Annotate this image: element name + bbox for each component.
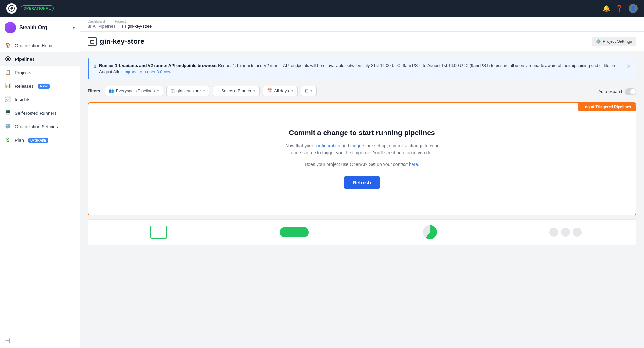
- dropdown-arrow-icon: ▾: [253, 89, 255, 93]
- project-icon: ◫: [88, 37, 97, 46]
- main-layout: Stealth Org ▾ 🏠 Organization Home Pipeli…: [0, 17, 644, 348]
- status-badge: OPERATIONAL: [21, 5, 54, 11]
- project-breadcrumb-icon: ◫: [122, 24, 126, 29]
- strip-item-4: [501, 228, 630, 237]
- strip-pill-icon: [280, 227, 309, 237]
- sidebar-item-pipelines[interactable]: Pipelines: [0, 52, 80, 66]
- project-header: ◫ gin-key-store ⚙️ Project Settings: [80, 32, 644, 51]
- sidebar-item-label: Organization Home: [15, 43, 54, 48]
- dropdown-arrow-icon: ▾: [203, 89, 205, 93]
- filter-project[interactable]: ◫ gin-key-store ▾: [166, 86, 209, 96]
- filter-options-button[interactable]: ⊟ ▾: [301, 86, 317, 96]
- svg-point-3: [7, 58, 9, 60]
- calendar-icon: 📅: [267, 88, 272, 93]
- sidebar-item-projects[interactable]: 📋 Projects: [0, 66, 80, 79]
- sidebar-item-label: Releases: [15, 84, 33, 89]
- content-area: ℹ Runner 1.1 variants and V2 runner API …: [80, 51, 644, 252]
- user-avatar[interactable]: 👤: [629, 4, 638, 13]
- main-content: Dashboard Project ⊞ All Pipelines › ◫ gi…: [80, 17, 644, 348]
- filters-row: Filters 👥 Everyone's Pipelines ▾ ◫ gin-k…: [88, 86, 317, 96]
- breadcrumb-bar: Dashboard Project ⊞ All Pipelines › ◫ gi…: [80, 17, 644, 32]
- strip-box-icon: [150, 226, 167, 239]
- pipelines-icon: [5, 56, 12, 62]
- notification-icon[interactable]: 🔔: [603, 5, 610, 12]
- auto-expand-toggle[interactable]: [625, 88, 636, 95]
- svg-point-1: [10, 7, 13, 9]
- chevron-down-icon: ▾: [73, 25, 75, 30]
- sidebar-item-self-hosted[interactable]: 🖥️ Self-Hosted Runners: [0, 106, 80, 120]
- sidebar-item-label: Organization Settings: [15, 124, 58, 129]
- sidebar-item-label: Pipelines: [15, 57, 34, 62]
- strip-circle-3: [573, 228, 582, 237]
- sidebar-item-org-home[interactable]: 🏠 Organization Home: [0, 39, 80, 52]
- circleci-logo-icon: [6, 3, 17, 14]
- home-icon: 🏠: [5, 42, 12, 49]
- breadcrumb-separator: ›: [118, 24, 119, 29]
- alert-upgrade-link[interactable]: Upgrade to runner 3.0 now.: [121, 69, 172, 74]
- triggers-link[interactable]: triggers: [350, 143, 365, 148]
- pipeline-area: Log of Triggered Pipelines Commit a chan…: [88, 102, 636, 215]
- alert-close-button[interactable]: ✕: [626, 62, 631, 70]
- alert-banner: ℹ Runner 1.1 variants and V2 runner API …: [88, 58, 636, 79]
- pipeline-strip: [88, 219, 636, 245]
- topbar: OPERATIONAL 🔔 ❓ 👤: [0, 0, 644, 17]
- openai-text: Does your project use OpenAI? Set up you…: [101, 162, 623, 167]
- filter-branch[interactable]: ⑂ Select a Branch ▾: [213, 86, 260, 96]
- openai-here-link[interactable]: here: [409, 162, 418, 167]
- sidebar-item-insights[interactable]: 📈 Insights: [0, 93, 80, 106]
- sidebar-nav: 🏠 Organization Home Pipelines 📋 Projects: [0, 39, 80, 147]
- sidebar-item-label: Projects: [15, 70, 31, 75]
- plan-icon: 💲: [5, 137, 12, 143]
- alert-text: Runner 1.1 variants and V2 runner API en…: [99, 62, 622, 75]
- org-name: Stealth Org: [19, 25, 70, 31]
- people-icon: 👥: [109, 88, 114, 93]
- filter-time[interactable]: 📅 All days ▾: [263, 86, 298, 96]
- help-icon[interactable]: ❓: [616, 5, 623, 12]
- breadcrumb-current-project: ◫ gin-key-store: [122, 24, 152, 29]
- plan-upgrade-badge: UPGRADE: [28, 138, 48, 143]
- sidebar-bottom: ⊣: [0, 333, 80, 348]
- projects-icon: 📋: [5, 69, 12, 76]
- sidebar-item-label: Plan: [15, 138, 24, 143]
- org-avatar: [5, 22, 16, 33]
- empty-title: Commit a change to start running pipelin…: [101, 129, 623, 137]
- releases-new-badge: NEW: [38, 84, 49, 89]
- strip-item-1: [94, 226, 223, 239]
- info-icon: ℹ: [94, 63, 96, 69]
- org-selector[interactable]: Stealth Org ▾: [0, 17, 80, 39]
- strip-item-2: [230, 227, 359, 237]
- project-title: ◫ gin-key-store: [88, 37, 144, 46]
- branch-icon: ⑂: [217, 88, 219, 93]
- runners-icon: 🖥️: [5, 110, 12, 116]
- strip-circles: [549, 228, 582, 237]
- sidebar-item-plan[interactable]: 💲 Plan UPGRADE: [0, 133, 80, 147]
- filter-icon: ⊟: [305, 88, 308, 93]
- filters-label: Filters: [88, 88, 100, 93]
- settings-icon: ⚙️: [5, 124, 12, 130]
- sidebar-item-label: Self-Hosted Runners: [15, 111, 57, 116]
- collapse-sidebar-button[interactable]: ⊣: [5, 337, 10, 344]
- sidebar-item-label: Insights: [15, 97, 30, 102]
- auto-expand-row: Auto-expand: [598, 88, 636, 95]
- sidebar-item-org-settings[interactable]: ⚙️ Organization Settings: [0, 120, 80, 133]
- project-name: gin-key-store: [100, 37, 144, 46]
- auto-expand-label: Auto-expand: [598, 89, 622, 94]
- releases-icon: 📊: [5, 83, 12, 89]
- project-settings-button[interactable]: ⚙️ Project Settings: [592, 37, 636, 46]
- dashboard-label: Dashboard Project: [88, 19, 636, 23]
- sidebar: Stealth Org ▾ 🏠 Organization Home Pipeli…: [0, 17, 80, 348]
- empty-state: Commit a change to start running pipelin…: [88, 103, 636, 215]
- refresh-button[interactable]: Refresh: [344, 176, 380, 189]
- empty-description: Now that your configuration and triggers…: [281, 142, 442, 157]
- gear-icon: ⚙️: [596, 39, 601, 44]
- strip-circle-1: [549, 228, 558, 237]
- filter-everyone-pipelines[interactable]: 👥 Everyone's Pipelines ▾: [105, 86, 163, 96]
- insights-icon: 📈: [5, 96, 12, 103]
- dropdown-arrow-icon: ▾: [291, 89, 293, 93]
- circleci-logo[interactable]: [6, 3, 17, 14]
- breadcrumb-all-pipelines[interactable]: ⊞ All Pipelines: [88, 24, 116, 29]
- configuration-link[interactable]: configuration: [315, 143, 340, 148]
- all-pipelines-icon: ⊞: [88, 24, 91, 29]
- pipeline-area-header: Log of Triggered Pipelines: [578, 103, 636, 111]
- sidebar-item-releases[interactable]: 📊 Releases NEW: [0, 79, 80, 93]
